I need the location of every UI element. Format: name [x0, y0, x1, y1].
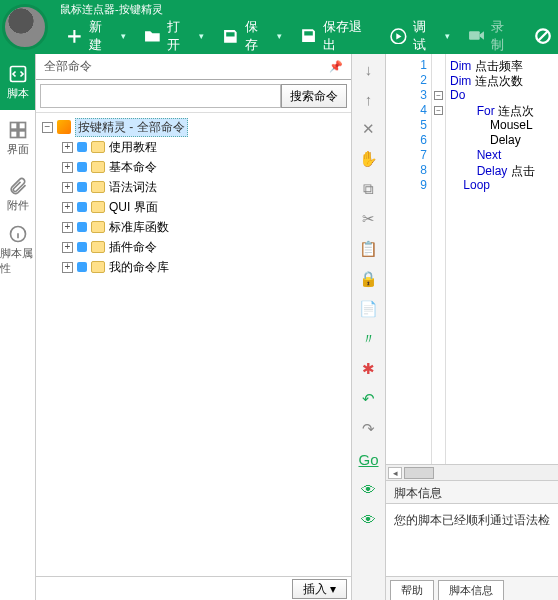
grid-icon [8, 120, 28, 140]
save-exit-icon [300, 27, 317, 45]
svg-rect-7 [18, 130, 25, 137]
expand-icon[interactable]: + [62, 242, 73, 253]
search-input[interactable] [40, 84, 281, 108]
find-next-icon[interactable]: 👁 [358, 508, 380, 530]
svg-rect-4 [10, 122, 17, 129]
scroll-thumb[interactable] [404, 467, 434, 479]
expand-icon[interactable]: + [62, 182, 73, 193]
nav-script[interactable]: 脚本 [0, 54, 35, 110]
left-nav: 脚本 界面 附件 脚本属性 [0, 54, 36, 600]
nav-ui[interactable]: 界面 [0, 110, 35, 166]
code-lines[interactable]: Dim 点击频率Dim 连点次数Do For 连点次 MouseL Delay … [446, 54, 558, 464]
chevron-down-icon: ▾ [199, 31, 204, 41]
tab-info[interactable]: 脚本信息 [438, 580, 504, 600]
debug-button[interactable]: 调试▾ [384, 14, 456, 58]
tab-help[interactable]: 帮助 [390, 580, 434, 600]
folder-icon [91, 201, 105, 213]
pin-icon[interactable]: 📌 [329, 60, 343, 73]
code-editor[interactable]: 123456789 −− Dim 点击频率Dim 连点次数Do For 连点次 … [386, 54, 558, 464]
info-header: 脚本信息 [386, 480, 558, 504]
toolbar-extra-button[interactable] [528, 23, 558, 49]
chevron-down-icon: ▾ [121, 31, 126, 41]
find-icon[interactable]: 👁 [358, 478, 380, 500]
tree-item[interactable]: +基本命令 [42, 157, 345, 177]
open-button[interactable]: 打开▾ [138, 14, 210, 58]
tree-root[interactable]: − 按键精灵 - 全部命令 [42, 117, 345, 137]
insert-button[interactable]: 插入 ▾ [292, 579, 347, 599]
undo-icon[interactable]: ↶ [358, 388, 380, 410]
nav-props[interactable]: 脚本属性 [0, 222, 35, 278]
new-button[interactable]: 新建▾ [60, 14, 132, 58]
record-icon [468, 27, 485, 45]
item-icon [77, 182, 87, 192]
comment-icon[interactable]: 〃 [358, 328, 380, 350]
expand-icon[interactable]: + [62, 142, 73, 153]
tree-item[interactable]: +语法词法 [42, 177, 345, 197]
collapse-icon[interactable]: − [42, 122, 53, 133]
cut-icon[interactable]: ✂ [358, 208, 380, 230]
save-button[interactable]: 保存▾ [216, 14, 288, 58]
folder-icon [91, 261, 105, 273]
expand-icon[interactable]: + [62, 262, 73, 273]
no-icon [534, 27, 552, 45]
fold-gutter: −− [432, 54, 446, 464]
item-icon [77, 222, 87, 232]
horizontal-scrollbar[interactable]: ◂ [386, 464, 558, 480]
editor-toolbar: ↓ ↑ ✕ ✋ ⧉ ✂ 📋 🔒 📄 〃 ✱ ↶ ↷ Go 👁 👁 [352, 54, 386, 600]
copy-icon[interactable]: ⧉ [358, 178, 380, 200]
clipboard-icon[interactable]: 📄 [358, 298, 380, 320]
record-button[interactable]: 录制 [462, 14, 522, 58]
svg-rect-1 [469, 32, 480, 41]
svg-rect-6 [10, 130, 17, 137]
bottom-tabs: 帮助 脚本信息 [386, 576, 558, 600]
paperclip-icon [8, 176, 28, 196]
tree-item[interactable]: +标准库函数 [42, 217, 345, 237]
hand-icon[interactable]: ✋ [358, 148, 380, 170]
folder-icon [91, 221, 105, 233]
expand-icon[interactable]: + [62, 202, 73, 213]
tree-item[interactable]: +我的命令库 [42, 257, 345, 277]
tree-item[interactable]: +插件命令 [42, 237, 345, 257]
folder-icon [91, 241, 105, 253]
tree-item-label: 基本命令 [109, 159, 157, 176]
tree-item-label: 我的命令库 [109, 259, 169, 276]
nav-attach[interactable]: 附件 [0, 166, 35, 222]
play-icon [390, 27, 407, 45]
delete-icon[interactable]: ✕ [358, 118, 380, 140]
item-icon [77, 262, 87, 272]
folder-icon [91, 161, 105, 173]
redo-icon[interactable]: ↷ [358, 418, 380, 440]
command-tree: − 按键精灵 - 全部命令 +使用教程+基本命令+语法词法+QUI 界面+标准库… [36, 113, 351, 576]
uncomment-icon[interactable]: ✱ [358, 358, 380, 380]
scroll-left-icon[interactable]: ◂ [388, 467, 402, 479]
tree-item-label: 标准库函数 [109, 219, 169, 236]
folder-icon [91, 141, 105, 153]
lock-icon[interactable]: 🔒 [358, 268, 380, 290]
folder-icon [91, 181, 105, 193]
chevron-down-icon: ▾ [277, 31, 282, 41]
code-pane: 123456789 −− Dim 点击频率Dim 连点次数Do For 连点次 … [386, 54, 558, 600]
save-icon [222, 27, 239, 45]
item-icon [77, 202, 87, 212]
code-icon [8, 64, 28, 84]
panel-footer: 插入 ▾ [36, 576, 351, 600]
chevron-down-icon: ▾ [445, 31, 450, 41]
search-button[interactable]: 搜索命令 [281, 84, 347, 108]
tree-item[interactable]: +使用教程 [42, 137, 345, 157]
item-icon [77, 162, 87, 172]
command-panel: 全部命令 📌 搜索命令 − 按键精灵 - 全部命令 +使用教程+基本命令+语法词… [36, 54, 352, 600]
cube-icon [57, 120, 71, 134]
tree-item-label: 语法词法 [109, 179, 157, 196]
arrow-up-icon[interactable]: ↑ [358, 88, 380, 110]
arrow-down-icon[interactable]: ↓ [358, 58, 380, 80]
go-icon[interactable]: Go [358, 448, 380, 470]
tree-item-label: 使用教程 [109, 139, 157, 156]
save-exit-button[interactable]: 保存退出 [294, 14, 378, 58]
paste-icon[interactable]: 📋 [358, 238, 380, 260]
tree-item[interactable]: +QUI 界面 [42, 197, 345, 217]
expand-icon[interactable]: + [62, 222, 73, 233]
main-area: 脚本 界面 附件 脚本属性 全部命令 📌 搜索命令 − 按键精灵 - 全 [0, 54, 558, 600]
avatar[interactable] [2, 4, 48, 50]
search-row: 搜索命令 [36, 80, 351, 113]
expand-icon[interactable]: + [62, 162, 73, 173]
